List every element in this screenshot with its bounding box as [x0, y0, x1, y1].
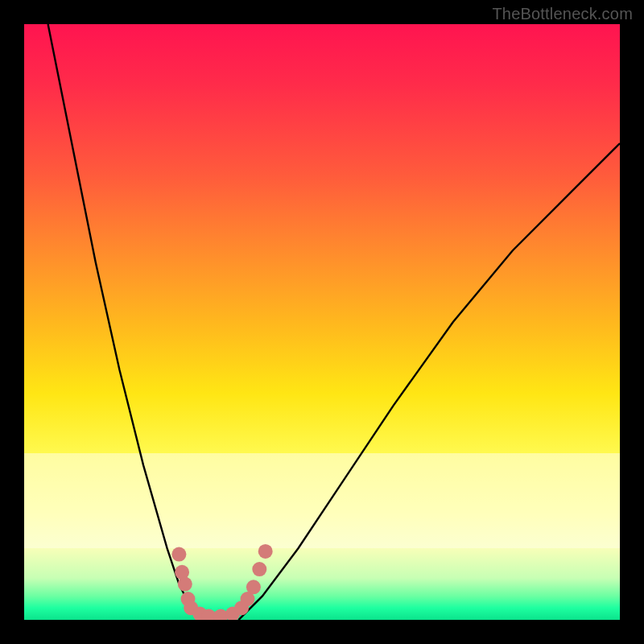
- curve-layer: [24, 24, 620, 620]
- marker-dot: [171, 547, 186, 562]
- attribution-text: TheBottleneck.com: [492, 5, 633, 23]
- marker-dot: [252, 562, 266, 576]
- marker-dot: [178, 577, 192, 592]
- markers-cluster: [171, 544, 272, 620]
- chart-frame: TheBottleneck.com: [0, 0, 644, 644]
- marker-dot: [246, 580, 261, 594]
- plot-area: [24, 24, 620, 620]
- marker-dot: [258, 544, 273, 559]
- curve-left: [48, 24, 203, 620]
- curve-right: [238, 143, 620, 620]
